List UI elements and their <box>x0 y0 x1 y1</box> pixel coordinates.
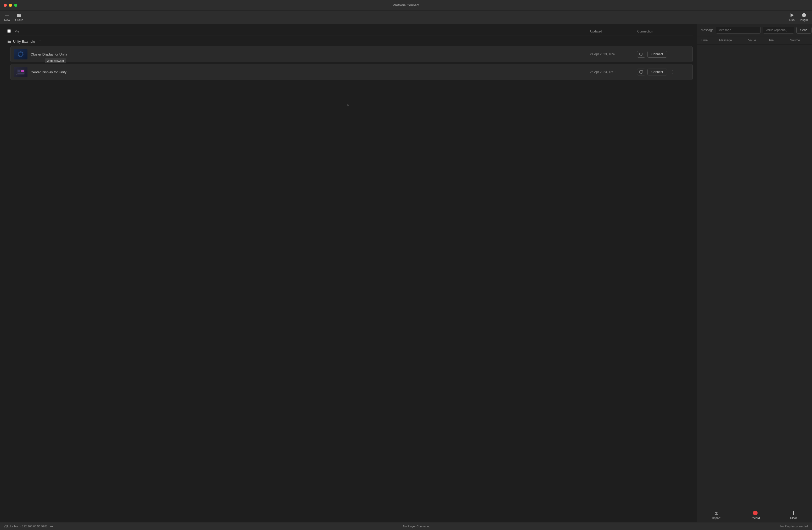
close-button[interactable] <box>4 4 7 7</box>
group-name: Unity Example <box>13 40 35 43</box>
minimize-button[interactable] <box>9 4 12 7</box>
thumbnail-cluster-image: 0 <box>15 50 26 58</box>
table-header: Pie Updated Connection <box>4 27 693 36</box>
more-options-button-center[interactable]: ⋮ <box>669 69 677 75</box>
monitor-button-center[interactable] <box>637 69 646 75</box>
title-bar: ProtoPie Connect <box>0 0 812 11</box>
connect-button-center[interactable]: Connect <box>648 69 667 75</box>
svg-rect-24 <box>793 511 794 512</box>
main-content: Pie Updated Connection Unity Example ⌃ 0… <box>0 24 812 522</box>
panel-divider-arrow: ► <box>4 101 693 109</box>
svg-rect-23 <box>792 512 795 512</box>
svg-rect-22 <box>715 514 718 515</box>
select-all-checkbox[interactable] <box>7 29 11 33</box>
status-bar: @Luke Han - 192.168.68.56:9981 ••• No Pl… <box>0 522 812 530</box>
col-pie-header: Pie <box>15 30 590 33</box>
user-info: @Luke Han - 192.168.68.56:9981 <box>4 525 48 528</box>
run-icon <box>789 13 794 17</box>
record-dot-icon <box>753 511 758 515</box>
folder-icon <box>17 13 21 17</box>
message-label: Message <box>701 28 714 32</box>
svg-rect-4 <box>803 13 803 14</box>
plus-icon <box>5 13 10 17</box>
log-col-msg-header: Message <box>719 39 748 42</box>
send-button[interactable]: Send <box>796 27 811 33</box>
thumbnail-center-image: 0 <box>15 68 26 76</box>
plugin-status: No Plug-in connected <box>780 525 808 528</box>
window-title: ProtoPie Connect <box>393 3 419 7</box>
right-panel-bottom: Import Record Clear <box>697 508 812 522</box>
clear-icon <box>791 511 796 515</box>
window-controls <box>4 4 17 7</box>
pie-name-center: Center Display for Unity <box>31 70 590 74</box>
plugin-button[interactable]: Plugin <box>800 13 808 22</box>
svg-text:0: 0 <box>20 54 21 56</box>
collapse-arrow-icon[interactable]: ⌃ <box>39 40 41 43</box>
value-input[interactable] <box>763 27 794 33</box>
svg-rect-15 <box>17 70 20 72</box>
import-button[interactable]: Import <box>712 511 721 519</box>
status-left: @Luke Han - 192.168.68.56:9981 ••• <box>4 525 53 528</box>
message-bar: Message Send <box>697 24 812 37</box>
status-right: No Plug-in connected <box>780 525 808 528</box>
log-col-val-header: Value <box>748 39 769 42</box>
import-icon <box>714 511 719 515</box>
pie-connection-cluster: Connect <box>637 51 689 58</box>
folder-group-icon <box>7 40 11 43</box>
col-connection-header: Connection <box>637 30 690 33</box>
message-input[interactable] <box>716 27 761 33</box>
fullscreen-button[interactable] <box>14 4 17 7</box>
right-panel: Message Send Time Message Value Pie Sour… <box>697 24 812 522</box>
thumbnail-center: 0 <box>14 67 28 77</box>
log-col-time-header: Time <box>701 39 719 42</box>
svg-rect-3 <box>802 14 806 16</box>
player-status: No Player Connected <box>403 525 431 528</box>
pie-connection-center: Connect ⋮ <box>637 69 689 75</box>
svg-rect-7 <box>804 16 805 17</box>
log-header: Time Message Value Pie Source <box>697 37 812 44</box>
clear-button[interactable]: Clear <box>790 511 797 519</box>
pie-row-cluster[interactable]: 0 Cluster Display for Unity 24 Apr 2023,… <box>11 46 693 62</box>
svg-rect-5 <box>804 13 805 14</box>
new-button[interactable]: New <box>4 13 10 22</box>
thumbnail-cluster: 0 <box>14 49 28 59</box>
svg-rect-17 <box>17 73 24 74</box>
status-more-button[interactable]: ••• <box>50 525 53 528</box>
monitor-button-cluster[interactable] <box>637 51 646 58</box>
monitor-icon <box>639 52 643 56</box>
group-button[interactable]: Group <box>15 13 23 22</box>
group-unity-example[interactable]: Unity Example ⌃ <box>4 37 693 46</box>
toolbar: New Group Run Plugin <box>0 11 812 24</box>
monitor-icon-center <box>639 70 643 74</box>
plugin-icon <box>801 13 806 17</box>
log-col-src-header: Source <box>790 39 808 42</box>
svg-rect-19 <box>640 71 643 73</box>
record-button[interactable]: Record <box>751 511 760 519</box>
svg-rect-16 <box>21 70 24 72</box>
pie-updated-cluster: 24 Apr 2023, 16:45 <box>590 52 637 56</box>
col-updated-header: Updated <box>590 30 637 33</box>
svg-marker-2 <box>791 13 794 17</box>
pie-row-center[interactable]: 0 Web Browser Center Display for Unity 2… <box>11 64 693 80</box>
left-panel: Pie Updated Connection Unity Example ⌃ 0… <box>0 24 697 522</box>
svg-rect-1 <box>5 15 9 15</box>
pie-updated-center: 25 Apr 2023, 12:13 <box>590 70 637 74</box>
toolbar-right: Run Plugin <box>789 13 808 22</box>
log-col-pie-header: Pie <box>769 39 790 42</box>
connect-button-cluster[interactable]: Connect <box>648 51 667 58</box>
status-center: No Player Connected <box>403 525 431 528</box>
pie-name-cluster: Cluster Display for Unity <box>31 52 590 56</box>
svg-rect-11 <box>640 53 643 55</box>
svg-rect-6 <box>803 16 803 17</box>
run-button[interactable]: Run <box>789 13 795 22</box>
toolbar-left: New Group <box>4 13 23 22</box>
log-area <box>697 44 812 508</box>
